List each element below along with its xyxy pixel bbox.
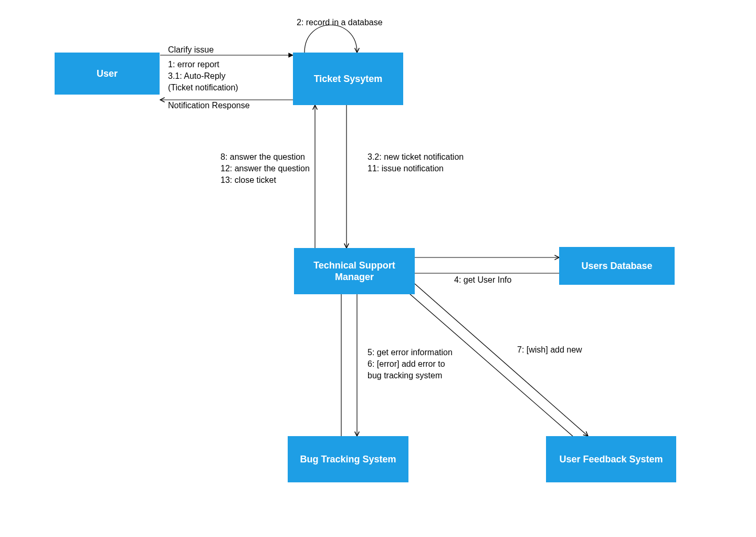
label-tsm-to-bts-2: 6: [error] add error to [368,358,445,370]
node-tsm-label: Technical Support Manager [296,260,413,283]
label-record-in-database: 2: record in a database [297,17,383,28]
node-bug-tracking-system: Bug Tracking System [288,436,408,482]
node-ticket-system-label: Ticket Sysytem [314,73,383,85]
label-ticket-to-tsm-1: 3.2: new ticket notification [368,151,464,163]
label-tsm-to-bts-1: 5: get error information [368,347,453,358]
label-get-user-info: 4: get User Info [454,274,511,286]
node-ticket-system: Ticket Sysytem [293,53,403,105]
label-ticket-to-tsm-2: 11: issue notification [368,163,444,174]
label-tsm-to-ticket-1: 8: answer the question [220,151,305,163]
node-users-database-label: Users Database [581,260,652,272]
node-user-label: User [97,68,118,80]
node-users-database: Users Database [559,247,675,285]
node-user-feedback-system: User Feedback System [546,436,676,482]
label-tsm-to-ticket-3: 13: close ticket [220,174,276,186]
label-clarify-issue: Clarify issue [168,44,214,56]
node-user: User [55,53,160,95]
label-tsm-to-bts-3: bug tracking system [368,370,442,381]
label-tsm-to-ticket-2: 12: answer the question [220,163,310,174]
label-notification-response: Notification Response [168,100,250,111]
label-error-report: 1: error report [168,59,219,70]
edge-ticket-self-loop [304,25,357,53]
node-technical-support-manager: Technical Support Manager [294,248,415,294]
label-ticket-notification: (Ticket notification) [168,82,238,94]
label-wish-add-new: 7: [wish] add new [517,344,582,356]
node-bts-label: Bug Tracking System [300,453,396,466]
node-ufs-label: User Feedback System [559,453,663,466]
label-auto-reply: 3.1: Auto-Reply [168,70,225,82]
